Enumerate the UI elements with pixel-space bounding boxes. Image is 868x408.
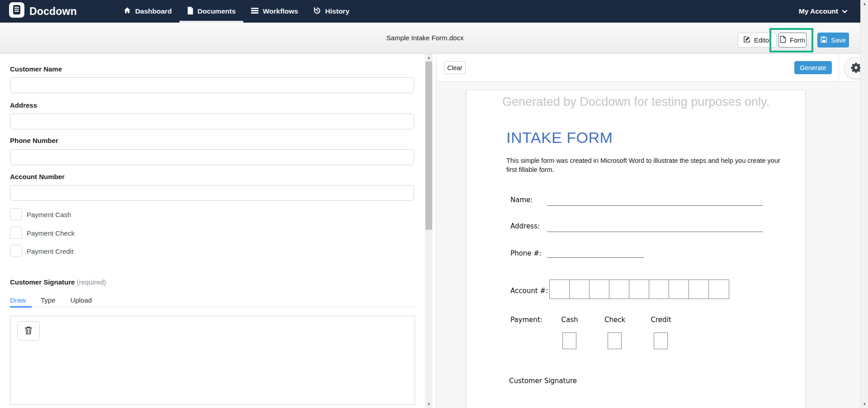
tab-upload[interactable]: Upload <box>71 294 92 307</box>
clear-button[interactable]: Clear <box>444 61 466 74</box>
doc-check-box <box>608 332 622 349</box>
tab-type[interactable]: Type <box>41 294 56 307</box>
payment-credit-label: Payment Credit <box>27 247 73 255</box>
account-box-cell <box>689 280 709 299</box>
account-box-cell <box>570 280 590 299</box>
account-box-cell <box>629 280 649 299</box>
account-box-cell <box>550 280 570 299</box>
save-button[interactable]: Save <box>817 33 849 47</box>
doc-description: This simple form was created in Microsof… <box>506 156 787 175</box>
form-button[interactable]: Form <box>778 33 807 47</box>
customer-name-input[interactable] <box>10 77 414 93</box>
home-icon <box>123 7 131 16</box>
doc-credit-box <box>654 332 668 349</box>
account-box-cell <box>609 280 629 299</box>
docdown-logo-icon <box>9 2 24 20</box>
nav-label: History <box>325 7 349 15</box>
payment-cash-label: Payment Cash <box>27 211 71 218</box>
phone-number-input[interactable] <box>10 149 414 165</box>
account-label: My Account <box>799 7 838 15</box>
save-button-label: Save <box>831 37 846 44</box>
nav-item-dashboard[interactable]: Dashboard <box>116 0 179 23</box>
doc-name-label: Name: <box>510 196 533 204</box>
doc-credit-label: Credit <box>646 316 675 324</box>
scroll-down-arrow[interactable]: ▼ <box>425 400 433 408</box>
doc-phone-label: Phone #: <box>510 249 542 257</box>
brand-name: Docdown <box>29 5 77 18</box>
form-panel-scrollbar[interactable]: ▲ ▼ <box>425 54 433 408</box>
scrollbar-thumb[interactable] <box>425 62 432 230</box>
browser-scroll-up-arrow[interactable]: ▲ <box>861 0 868 8</box>
account-boxes <box>549 280 729 299</box>
doc-check-label: Check <box>600 316 629 324</box>
nav-item-documents[interactable]: Documents <box>179 0 243 23</box>
preview-toolbar: Clear Generate <box>436 54 860 82</box>
document-title: Sample Intake Form.docx <box>0 34 850 42</box>
browser-scrollbar[interactable]: ▲ ▼ <box>860 0 868 408</box>
app-header: Docdown Dashboard Documents Workflows Hi… <box>0 0 868 23</box>
signature-required-note: (required) <box>77 278 106 286</box>
preview-header-divider <box>839 54 839 82</box>
payment-credit-checkbox[interactable] <box>10 245 22 257</box>
customer-name-label: Customer Name <box>10 65 62 73</box>
account-box-cell <box>590 280 609 299</box>
edit-pencil-icon <box>743 36 750 44</box>
trash-icon <box>24 326 33 336</box>
doc-payment-label: Payment: <box>510 316 542 324</box>
payment-check-label: Payment Check <box>27 229 75 237</box>
form-button-label: Form <box>790 37 805 44</box>
brand[interactable]: Docdown <box>9 0 77 23</box>
editor-button[interactable]: Editor <box>738 33 777 47</box>
payment-cash-checkbox[interactable] <box>10 208 22 220</box>
account-number-input[interactable] <box>10 185 414 201</box>
chevron-down-icon <box>842 7 847 15</box>
tab-type-label: Type <box>41 296 56 304</box>
account-box-cell <box>709 280 729 299</box>
history-icon <box>313 7 321 16</box>
my-account-menu[interactable]: My Account <box>799 0 847 23</box>
fill-form-panel: Customer Name Address Phone Number Accou… <box>0 54 425 408</box>
clear-signature-button[interactable] <box>17 321 40 341</box>
tab-upload-label: Upload <box>71 296 92 304</box>
doc-account-label: Account #: <box>510 287 548 295</box>
main-nav: Dashboard Documents Workflows History <box>116 0 357 23</box>
phone-number-label: Phone Number <box>10 137 58 144</box>
document-preview-page: Generated by Docdown for testing purpose… <box>467 90 805 408</box>
browser-scroll-down-arrow[interactable]: ▼ <box>861 400 868 408</box>
nav-label: Documents <box>198 7 236 15</box>
form-file-icon <box>780 36 786 44</box>
active-tab-indicator <box>10 306 32 308</box>
document-toolbar: Sample Intake Form.docx Editor Form Save <box>0 23 868 54</box>
nav-label: Workflows <box>263 7 298 15</box>
nav-label: Dashboard <box>135 7 172 15</box>
tab-draw-label: Draw <box>10 296 26 304</box>
signature-label-text: Customer Signature <box>10 278 75 286</box>
nav-item-workflows[interactable]: Workflows <box>243 0 306 23</box>
doc-name-line <box>547 205 763 206</box>
tab-draw[interactable]: Draw <box>10 294 26 307</box>
editor-button-label: Editor <box>754 37 771 44</box>
workflows-icon <box>251 7 259 16</box>
address-label: Address <box>10 101 37 109</box>
doc-address-line <box>547 232 763 232</box>
nav-item-history[interactable]: History <box>306 0 357 23</box>
signature-draw-canvas[interactable] <box>10 316 415 405</box>
customer-signature-label: Customer Signature (required) <box>10 278 106 286</box>
doc-heading: INTAKE FORM <box>506 129 613 147</box>
doc-signature-label: Customer Signature <box>509 377 577 385</box>
doc-cash-box <box>562 332 576 349</box>
account-box-cell <box>669 280 689 299</box>
scroll-up-arrow[interactable]: ▲ <box>425 54 433 62</box>
doc-cash-label: Cash <box>555 316 584 324</box>
watermark-text: Generated by Docdown for testing purpose… <box>467 95 805 109</box>
doc-phone-line <box>547 257 644 258</box>
doc-address-label: Address: <box>510 222 540 230</box>
address-input[interactable] <box>10 114 414 129</box>
generate-button[interactable]: Generate <box>794 61 832 74</box>
payment-check-checkbox[interactable] <box>10 227 22 239</box>
document-icon <box>187 7 193 16</box>
account-number-label: Account Number <box>10 173 65 180</box>
account-box-cell <box>649 280 669 299</box>
save-floppy-icon <box>821 36 827 44</box>
signature-tabs: Draw Type Upload <box>10 294 415 307</box>
